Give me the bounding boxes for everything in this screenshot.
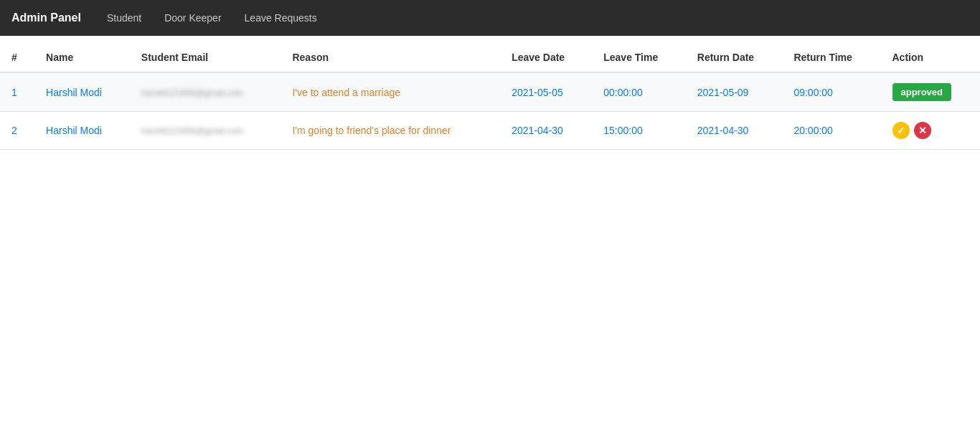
reason-text: I've to attend a marriage	[292, 87, 400, 98]
table-row: 1Harshil Modiharshil123456@gmail.comI've…	[0, 72, 980, 112]
action-icons: ✓ ✕	[892, 122, 969, 139]
student-email: harshil123456@gmail.com	[141, 126, 243, 136]
cell-email: harshil123456@gmail.com	[130, 72, 281, 112]
student-name-link[interactable]: Harshil Modi	[46, 87, 102, 98]
cell-reason: I'm going to friend's place for dinner	[281, 112, 500, 150]
col-leave-time: Leave Time	[592, 43, 686, 72]
navbar: Admin Panel Student Door Keeper Leave Re…	[0, 0, 980, 36]
col-num: #	[0, 43, 34, 72]
cell-email: harshil123456@gmail.com	[130, 112, 281, 150]
leave-requests-table: # Name Student Email Reason Leave Date L…	[0, 43, 980, 150]
reason-text: I'm going to friend's place for dinner	[292, 125, 451, 136]
row-number: 2	[11, 125, 17, 136]
cell-num: 2	[0, 112, 34, 150]
return-date: 2021-04-30	[697, 125, 749, 136]
cell-leave-time: 00:00:00	[592, 72, 686, 112]
leave-time: 15:00:00	[603, 125, 643, 136]
leave-date: 2021-04-30	[512, 125, 563, 136]
return-time: 20:00:00	[793, 125, 833, 136]
cell-leave-date: 2021-04-30	[500, 112, 592, 150]
cell-name: Harshil Modi	[34, 112, 130, 150]
col-return-time: Return Time	[782, 43, 880, 72]
nav-doorkeeper[interactable]: Door Keeper	[160, 9, 225, 27]
cell-return-date: 2021-04-30	[686, 112, 783, 150]
cell-num: 1	[0, 72, 34, 112]
student-name-link[interactable]: Harshil Modi	[46, 125, 102, 136]
nav-student[interactable]: Student	[103, 9, 146, 27]
col-action: Action	[881, 43, 981, 72]
table-container: # Name Student Email Reason Leave Date L…	[0, 36, 980, 157]
col-leave-date: Leave Date	[500, 43, 592, 72]
col-email: Student Email	[130, 43, 281, 72]
cell-action: approved	[881, 72, 981, 112]
col-reason: Reason	[281, 43, 500, 72]
cell-return-date: 2021-05-09	[686, 72, 783, 112]
navbar-brand: Admin Panel	[11, 11, 81, 24]
cell-return-time: 20:00:00	[782, 112, 880, 150]
cell-reason: I've to attend a marriage	[281, 72, 500, 112]
cell-leave-date: 2021-05-05	[500, 72, 592, 112]
cell-action: ✓ ✕	[881, 112, 981, 150]
table-body: 1Harshil Modiharshil123456@gmail.comI've…	[0, 72, 980, 150]
cell-leave-time: 15:00:00	[592, 112, 686, 150]
leave-date: 2021-05-05	[512, 87, 563, 98]
approved-badge: approved	[892, 83, 952, 101]
col-return-date: Return Date	[686, 43, 783, 72]
col-name: Name	[34, 43, 130, 72]
reject-button[interactable]: ✕	[914, 122, 931, 139]
check-icon: ✓	[897, 125, 905, 136]
x-icon: ✕	[918, 125, 927, 136]
approve-button[interactable]: ✓	[892, 122, 910, 139]
return-time: 09:00:00	[793, 87, 833, 98]
return-date: 2021-05-09	[697, 87, 749, 98]
cell-name: Harshil Modi	[34, 72, 130, 112]
table-row: 2Harshil Modiharshil123456@gmail.comI'm …	[0, 112, 980, 150]
table-header: # Name Student Email Reason Leave Date L…	[0, 43, 980, 72]
cell-return-time: 09:00:00	[782, 72, 880, 112]
leave-time: 00:00:00	[603, 87, 643, 98]
student-email: harshil123456@gmail.com	[141, 88, 243, 98]
row-number: 1	[11, 87, 17, 98]
nav-leave-requests[interactable]: Leave Requests	[240, 9, 321, 27]
